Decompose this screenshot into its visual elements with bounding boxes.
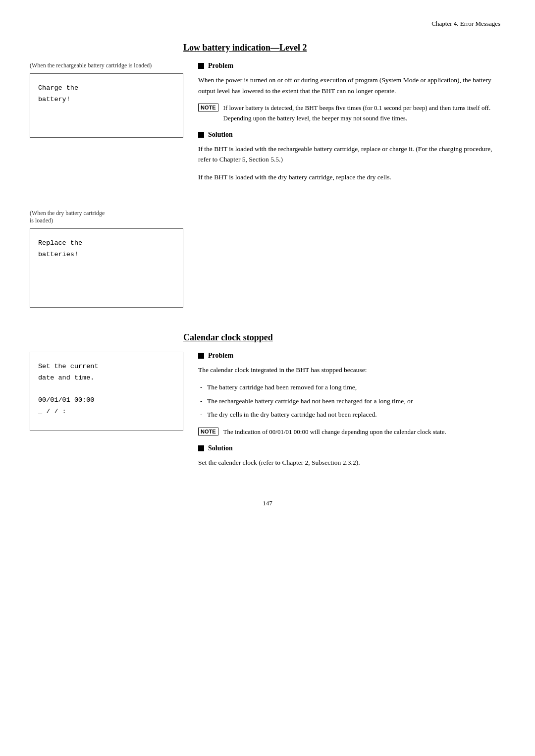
caption-rechargeable: (When the rechargeable battery cartridge… [30, 62, 183, 69]
bullet-item-1: The battery cartridge had been removed f… [198, 382, 505, 393]
bullet-square [198, 63, 204, 69]
problem1-text: When the power is turned on or off or du… [198, 75, 505, 96]
note2-label: NOTE [198, 428, 218, 435]
cal-line1: Set the current [38, 361, 175, 373]
section1-second-row: (When the dry battery cartridge is loade… [30, 210, 505, 308]
section2-title: Calendar clock stopped [183, 332, 505, 343]
bullet-item-3: The dry cells in the dry battery cartrid… [198, 409, 505, 420]
bullet-square2 [198, 132, 204, 138]
cal-line4: 00/01/01 00:00 [38, 395, 175, 406]
screen-replace-line1: Replace the [38, 238, 175, 249]
section1-right-col2 [198, 210, 505, 308]
bullet-square4 [198, 445, 204, 451]
bullet-square3 [198, 353, 204, 359]
problem2-bullets: The battery cartridge had been removed f… [198, 382, 505, 420]
solution1-text1: If the BHT is loaded with the rechargeab… [198, 144, 505, 165]
problem2-text: The calendar clock integrated in the BHT… [198, 365, 505, 376]
solution1-header: Solution [198, 131, 505, 139]
problem1-header: Problem [198, 62, 505, 70]
screen-line2: battery! [38, 94, 175, 106]
calendar-section: Calendar clock stopped Set the current d… [30, 332, 505, 475]
cal-line5: _ / / : [38, 406, 175, 418]
section2-row: Set the current date and time. 00/01/01 … [30, 352, 505, 475]
chapter-header: Chapter 4. Error Messages [30, 20, 505, 28]
section2-right-col: Problem The calendar clock integrated in… [198, 352, 505, 475]
device-screen-charge: Charge the battery! [30, 73, 183, 138]
note1-box: NOTE If lower battery is detected, the B… [198, 103, 505, 124]
solution1-text2: If the BHT is loaded with the dry batter… [198, 172, 505, 183]
section1-right-col: Problem When the power is turned on or o… [198, 62, 505, 190]
note1-text: If lower battery is detected, the BHT be… [223, 103, 505, 124]
chapter-title: Chapter 4. Error Messages [431, 20, 500, 27]
section1-first-row: (When the rechargeable battery cartridge… [30, 62, 505, 190]
cal-line3 [38, 383, 175, 395]
section1-left-col1: (When the rechargeable battery cartridge… [30, 62, 183, 190]
note2-box: NOTE The indication of 00/01/01 00:00 wi… [198, 427, 505, 437]
section1-left-col2: (When the dry battery cartridge is loade… [30, 210, 183, 308]
note1-label: NOTE [198, 104, 218, 111]
caption-dry: (When the dry battery cartridge is loade… [30, 210, 183, 224]
bullet-item-2: The rechargeable battery cartridge had n… [198, 396, 505, 407]
section2-left-col: Set the current date and time. 00/01/01 … [30, 352, 183, 475]
page-number: 147 [30, 499, 505, 507]
solution2-header: Solution [198, 444, 505, 452]
problem2-header: Problem [198, 352, 505, 360]
note2-text: The indication of 00/01/01 00:00 will ch… [223, 427, 446, 437]
device-screen-calendar: Set the current date and time. 00/01/01 … [30, 352, 183, 431]
device-screen-replace: Replace the batteries! [30, 228, 183, 308]
screen-line1: Charge the [38, 83, 175, 94]
low-battery-section: Low battery indication—Level 2 (When the… [30, 43, 505, 308]
page: Chapter 4. Error Messages Low battery in… [0, 0, 535, 756]
screen-replace-line2: batteries! [38, 249, 175, 261]
solution2-text: Set the calender clock (refer to Chapter… [198, 457, 505, 468]
cal-line2: date and time. [38, 373, 175, 384]
section1-title: Low battery indication—Level 2 [183, 43, 505, 53]
